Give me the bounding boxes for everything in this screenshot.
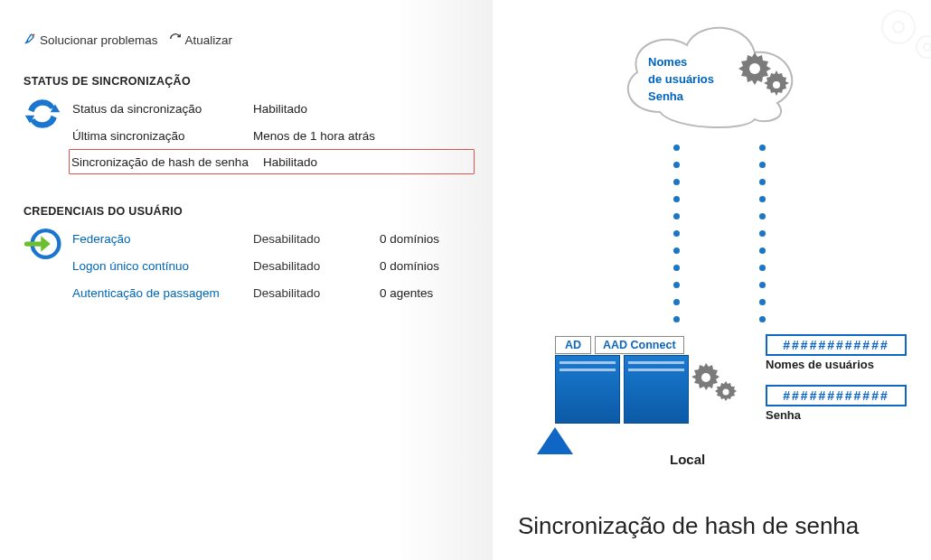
cloud-line3: Senha: [648, 89, 714, 106]
cred-rows: Federação Desabilitado 0 domínios Logon …: [72, 225, 475, 306]
local-label: Local: [670, 452, 705, 467]
row-value: Habilitado: [263, 155, 390, 169]
sync-heading: STATUS DE SINCRONIZAÇÃO: [24, 75, 475, 88]
svg-point-4: [882, 11, 915, 43]
svg-point-10: [701, 373, 710, 382]
cloud: Nomes de usuários Senha: [610, 13, 809, 130]
password-label: Senha: [766, 408, 801, 422]
hash-box-users: ############: [766, 334, 907, 356]
row-label: Sincronização de hash de senha: [71, 155, 263, 169]
row-value: Desabilitado: [253, 286, 380, 300]
row-label: Última sincronização: [72, 129, 253, 143]
gear-icon: [737, 49, 791, 102]
server-ad-body: [555, 355, 620, 424]
arrow-circle-icon: [24, 225, 61, 306]
refresh-icon: [169, 33, 182, 48]
federation-link[interactable]: Federação: [72, 232, 253, 246]
wrench-icon: [24, 33, 36, 48]
cred-block: Federação Desabilitado 0 domínios Logon …: [24, 225, 475, 306]
sync-row-status: Status da sincronização Habilitado: [72, 95, 475, 122]
troubleshoot-label: Solucionar problemas: [40, 33, 158, 47]
sync-arrows-icon: [24, 95, 61, 174]
triangle-decor: [537, 427, 573, 454]
cloud-line2: de usuários: [648, 71, 714, 89]
cloud-line1: Nomes: [648, 54, 714, 71]
refresh-label: Atualizar: [185, 33, 233, 47]
refresh-link[interactable]: Atualizar: [169, 33, 233, 48]
usernames-label: Nomes de usuários: [766, 358, 874, 371]
dots-left: [673, 145, 680, 322]
sso-link[interactable]: Logon único contínuo: [72, 259, 253, 273]
cred-row-federation: Federação Desabilitado 0 domínios: [72, 225, 475, 252]
row-value: Habilitado: [253, 102, 380, 116]
server-aadc-body: [624, 355, 689, 424]
illustration-caption: Sincronização de hash de senha: [518, 512, 859, 540]
svg-point-9: [773, 81, 780, 89]
svg-point-7: [924, 43, 931, 51]
toolbar: Solucionar problemas Atualizar: [24, 33, 475, 48]
passthrough-link[interactable]: Autenticação de passagem: [72, 286, 253, 300]
svg-point-11: [723, 389, 729, 396]
troubleshoot-link[interactable]: Solucionar problemas: [24, 33, 158, 48]
cloud-text: Nomes de usuários Senha: [648, 54, 714, 106]
svg-marker-3: [41, 236, 51, 252]
row-value: Menos de 1 hora atrás: [253, 129, 375, 143]
svg-point-8: [749, 63, 760, 74]
row-value: Desabilitado: [253, 259, 380, 273]
row-extra: 0 domínios: [380, 259, 439, 273]
row-value: Desabilitado: [253, 232, 380, 246]
server-tab-aadc: AAD Connect: [595, 336, 684, 354]
gear-icon: [690, 361, 740, 409]
row-label: Status da sincronização: [72, 102, 253, 116]
sync-rows: Status da sincronização Habilitado Últim…: [72, 95, 475, 174]
dots-right: [759, 145, 766, 322]
sync-row-last: Última sincronização Menos de 1 hora atr…: [72, 122, 475, 149]
sync-block: Status da sincronização Habilitado Últim…: [24, 95, 475, 174]
row-extra: 0 domínios: [380, 232, 439, 246]
illustration-panel: Nomes de usuários Senha: [493, 0, 931, 560]
hash-box-pwd: ############: [766, 385, 907, 406]
server-tab-ad: AD: [555, 336, 591, 354]
row-extra: 0 agentes: [380, 286, 433, 300]
left-panel: Solucionar problemas Atualizar STATUS DE…: [0, 0, 493, 560]
svg-point-5: [893, 22, 904, 33]
cred-row-sso: Logon único contínuo Desabilitado 0 domí…: [72, 252, 475, 279]
sync-row-hash-highlight: Sincronização de hash de senha Habilitad…: [69, 149, 475, 174]
cred-heading: CREDENCIAIS DO USUÁRIO: [24, 205, 475, 218]
cred-row-passthrough: Autenticação de passagem Desabilitado 0 …: [72, 279, 475, 306]
faint-gears-decor: [862, 0, 931, 84]
